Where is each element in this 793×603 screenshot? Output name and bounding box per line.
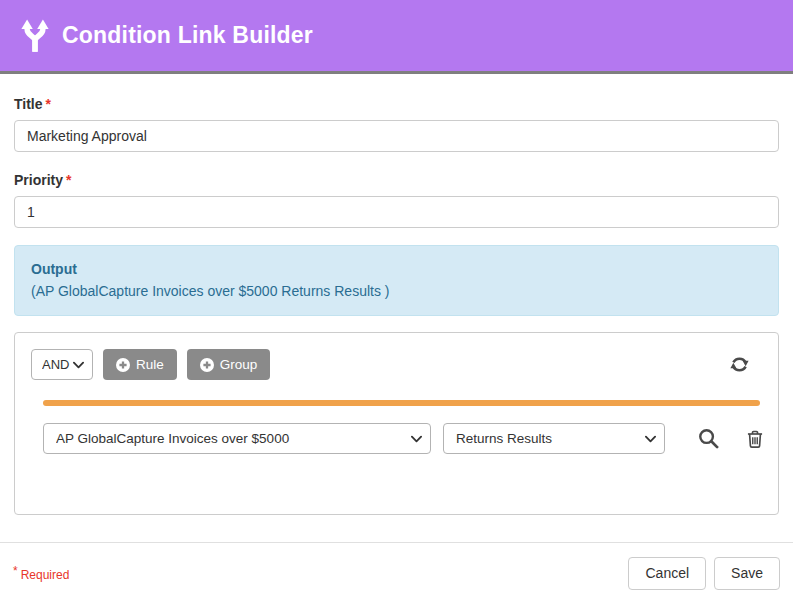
rule-field-select[interactable]: AP GlobalCapture Invoices over $5000 <box>43 423 431 454</box>
output-alert: Output (AP GlobalCapture Invoices over $… <box>14 245 779 316</box>
rule-operator-select[interactable]: Returns Results <box>443 423 665 454</box>
trash-icon <box>745 428 765 450</box>
output-label: Output <box>31 259 762 281</box>
search-icon <box>697 427 720 450</box>
title-input[interactable] <box>14 120 779 152</box>
app-header: Condition Link Builder <box>0 0 793 74</box>
required-asterisk: * <box>13 564 18 578</box>
search-button[interactable] <box>697 427 720 450</box>
rule-row: AP GlobalCapture Invoices over $5000 Ret… <box>43 423 762 454</box>
split-arrows-icon <box>16 16 54 56</box>
add-rule-button[interactable]: Rule <box>103 349 177 380</box>
save-button[interactable]: Save <box>714 557 780 590</box>
priority-input[interactable] <box>14 196 779 228</box>
output-expression: (AP GlobalCapture Invoices over $5000 Re… <box>31 281 762 303</box>
priority-label: Priority* <box>14 172 779 188</box>
required-note: *Required <box>13 564 69 582</box>
plus-circle-icon <box>116 358 130 372</box>
delete-rule-button[interactable] <box>745 428 765 450</box>
main-content: Title* Priority* Output (AP GlobalCaptur… <box>0 74 793 515</box>
add-group-button[interactable]: Group <box>187 349 271 380</box>
title-label: Title* <box>14 96 779 112</box>
plus-circle-icon <box>200 358 214 372</box>
condition-group: AND Rule <box>14 332 779 515</box>
app-footer: *Required Cancel Save <box>0 542 793 603</box>
group-divider <box>43 400 760 406</box>
page-title: Condition Link Builder <box>62 22 313 49</box>
refresh-icon <box>729 354 750 375</box>
group-toolbar: AND Rule <box>31 349 762 380</box>
conjunction-select[interactable]: AND <box>31 349 93 380</box>
required-asterisk: * <box>66 172 71 188</box>
refresh-button[interactable] <box>729 354 750 375</box>
cancel-button[interactable]: Cancel <box>628 557 706 590</box>
required-asterisk: * <box>46 96 51 112</box>
